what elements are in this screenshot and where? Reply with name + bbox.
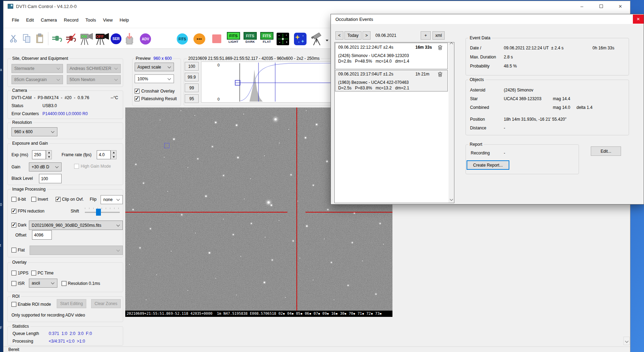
disconnect-button[interactable] bbox=[65, 33, 77, 45]
cut-button[interactable] bbox=[8, 33, 19, 45]
dialog-title-bar[interactable] bbox=[331, 14, 644, 24]
percentile-95-button[interactable]: 95 bbox=[185, 94, 199, 103]
event-list-scroll-up[interactable] bbox=[448, 43, 454, 48]
roi-clear-zones-button[interactable]: Clear Zones bbox=[91, 299, 121, 308]
event-item[interactable]: 09.06.2021 23:17:04UT ±1.2s 1h 21m (1963… bbox=[335, 70, 448, 91]
clip-checkbox[interactable] bbox=[56, 197, 61, 202]
event-list-scrollbar[interactable] bbox=[448, 42, 454, 203]
star bbox=[133, 209, 134, 210]
delete-event-button[interactable] bbox=[438, 45, 444, 51]
exposure-input[interactable]: 250 bbox=[32, 150, 46, 159]
sky-atlas-button[interactable] bbox=[294, 33, 307, 45]
dialog-close-button[interactable]: ✕ bbox=[633, 15, 644, 24]
shift-slider-handle[interactable] bbox=[96, 209, 101, 216]
maximize-button[interactable] bbox=[591, 1, 611, 11]
offset-input[interactable]: 4096 bbox=[32, 230, 52, 240]
star bbox=[188, 167, 188, 168]
menu-item-camera[interactable]: Camera bbox=[37, 16, 60, 24]
create-report-button[interactable]: Create Report... bbox=[467, 160, 509, 170]
dark-file-select[interactable]: D20210609_960_30dBD_0250ms.fits bbox=[29, 221, 123, 230]
telescope-select[interactable]: 85cm Cassegrain bbox=[11, 75, 63, 84]
toolbar-overflow-arrow-icon[interactable] bbox=[326, 40, 328, 41]
event-item[interactable]: 09.06.2021 22:12:24UT ±2.4s 16m 33s (242… bbox=[335, 43, 448, 69]
copy-button[interactable] bbox=[22, 33, 32, 45]
more-options-button[interactable]: ••• bbox=[193, 33, 205, 45]
isr-checkbox[interactable] bbox=[11, 281, 16, 286]
camera-off-button[interactable]: OFF bbox=[95, 31, 111, 46]
invert-checkbox[interactable] bbox=[31, 197, 36, 202]
platesolving-checkbox[interactable] bbox=[135, 96, 140, 101]
framerate-input[interactable]: 4.0 bbox=[97, 150, 111, 159]
shift-slider-track[interactable] bbox=[85, 212, 120, 213]
frame-title: 20210609 21:55:51.869-21:55:52.117 - 420… bbox=[187, 56, 321, 61]
preview-size-link[interactable]: 960 x 600 bbox=[152, 56, 173, 61]
add-event-button[interactable]: + bbox=[421, 31, 431, 40]
menu-item-edit[interactable]: Edit bbox=[23, 16, 37, 24]
preview-zoom-select[interactable]: 100% bbox=[135, 74, 174, 83]
menu-item-help[interactable]: Help bbox=[116, 16, 133, 24]
main-scrollbar-down-button[interactable] bbox=[623, 337, 630, 345]
camera-on-button[interactable]: ON bbox=[79, 31, 95, 46]
dark-checkbox[interactable] bbox=[11, 223, 16, 227]
pctime-checkbox[interactable] bbox=[31, 271, 36, 275]
flat-checkbox[interactable] bbox=[11, 248, 16, 253]
shift-label: Shift bbox=[71, 209, 79, 214]
star bbox=[316, 124, 317, 125]
high-gain-checkbox[interactable] bbox=[74, 164, 79, 169]
telescope2-select[interactable]: 50cm Newton bbox=[67, 75, 121, 84]
paste-button[interactable] bbox=[35, 33, 45, 45]
stop-button[interactable] bbox=[212, 34, 221, 43]
xml-button[interactable]: xml bbox=[432, 31, 445, 40]
fits-dark-button[interactable]: FITS DARK bbox=[243, 32, 257, 43]
prev-day-button[interactable]: < bbox=[335, 31, 343, 40]
menu-item-view[interactable]: View bbox=[100, 16, 116, 24]
connect-button[interactable] bbox=[51, 33, 63, 45]
title-bar[interactable] bbox=[3, 1, 630, 12]
framerate-stepper[interactable] bbox=[111, 150, 117, 159]
menu-item-file[interactable]: File bbox=[8, 16, 23, 24]
percentile-99-button[interactable]: 99 bbox=[185, 83, 199, 92]
event-list-scroll-down[interactable] bbox=[448, 198, 454, 203]
1pps-checkbox[interactable] bbox=[11, 271, 16, 275]
flat-file-select[interactable] bbox=[30, 246, 123, 255]
menu-item-tools[interactable]: Tools bbox=[82, 16, 100, 24]
crosshair-overlay-checkbox[interactable] bbox=[135, 89, 140, 94]
today-button[interactable]: Today bbox=[344, 31, 361, 40]
roi-start-editing-button[interactable]: Start Editing bbox=[57, 299, 86, 308]
menu-item-record[interactable]: Record bbox=[61, 16, 82, 24]
record-fits-button[interactable]: FITS bbox=[177, 33, 188, 45]
fits-flat-button[interactable]: FITS FLAT bbox=[260, 32, 274, 43]
ram-record-button[interactable] bbox=[125, 32, 134, 46]
8bit-checkbox[interactable] bbox=[11, 197, 16, 202]
star bbox=[197, 158, 198, 159]
resolution01-checkbox[interactable] bbox=[62, 281, 66, 286]
platesolve-button[interactable] bbox=[276, 33, 289, 45]
fpn-checkbox[interactable] bbox=[11, 209, 16, 214]
star bbox=[150, 228, 151, 229]
percentile-100-button[interactable]: 100 bbox=[185, 62, 199, 71]
exposure-stepper[interactable] bbox=[46, 150, 52, 159]
close-button[interactable]: ✕ bbox=[611, 1, 630, 11]
delete-event-button[interactable] bbox=[438, 71, 444, 78]
site-select[interactable]: Sternwarte bbox=[11, 64, 63, 73]
minimize-button[interactable]: – bbox=[572, 1, 591, 11]
record-adv-button[interactable]: ADV bbox=[140, 33, 151, 45]
record-ser-button[interactable]: SER bbox=[111, 33, 121, 44]
edit-button[interactable]: Edit... bbox=[591, 146, 621, 156]
black-level-input[interactable]: 100 bbox=[39, 174, 62, 183]
star bbox=[140, 247, 141, 248]
gain-select[interactable]: +30 dB D bbox=[29, 162, 62, 171]
error-counters-value: P14400:000 L0:0000 R0 bbox=[42, 111, 88, 117]
probability-label: Probability bbox=[470, 64, 490, 69]
isr-mode-select[interactable]: ascii bbox=[29, 279, 57, 288]
flip-select[interactable]: none bbox=[101, 195, 123, 204]
observer-select[interactable]: Andreas SCHWEIZER bbox=[67, 64, 121, 73]
desktop-icon-text-fragment: t bbox=[0, 243, 1, 247]
roi-enable-checkbox[interactable] bbox=[11, 302, 16, 307]
resolution-select[interactable]: 960 x 600 bbox=[11, 127, 57, 136]
fits-light-button[interactable]: FITS LIGHT bbox=[226, 32, 241, 43]
telescope-button[interactable] bbox=[310, 31, 324, 46]
preview-scale-select[interactable]: Aspect scale bbox=[135, 63, 174, 71]
percentile-99.9-button[interactable]: 99.9 bbox=[185, 73, 199, 81]
next-day-button[interactable]: > bbox=[363, 31, 371, 40]
